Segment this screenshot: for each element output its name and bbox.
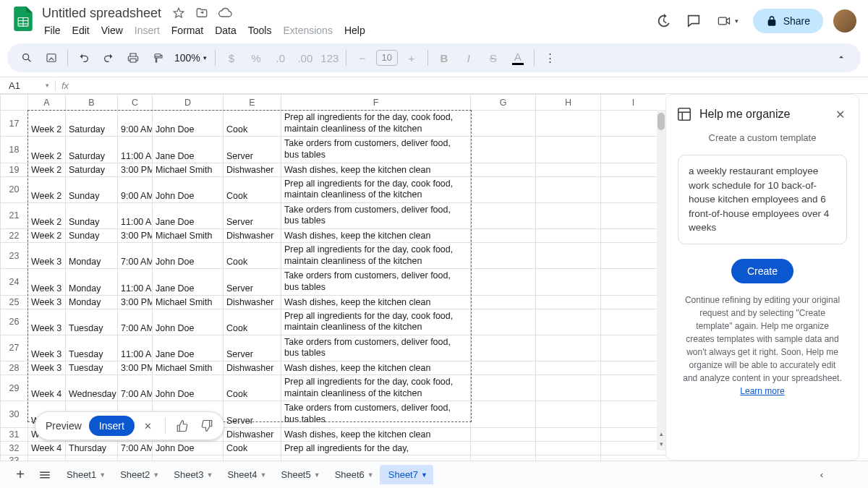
menu-tools[interactable]: Tools	[243, 22, 277, 39]
col-header-I[interactable]: I	[601, 95, 666, 111]
thumbs-up-icon[interactable]	[171, 415, 193, 437]
cell[interactable]: Take orders from customers, deliver food…	[281, 335, 471, 361]
cell[interactable]: Prep all ingredients for the day, cook f…	[281, 111, 471, 137]
row-header[interactable]: 19	[1, 163, 28, 176]
comments-icon[interactable]	[684, 11, 704, 31]
col-header-A[interactable]: A	[28, 95, 66, 111]
cell[interactable]: Jane Doe	[153, 137, 224, 163]
row-header[interactable]: 28	[1, 361, 28, 375]
cell[interactable]: Dishwasher	[224, 163, 281, 176]
print-icon[interactable]	[122, 47, 144, 69]
tab-sheet7[interactable]: Sheet7▼	[380, 465, 433, 484]
spreadsheet-grid[interactable]: ABCDEFGHI 17Week 2Saturday9:00 AMJohn Do…	[0, 94, 665, 461]
cell[interactable]	[471, 202, 536, 228]
tab-sheet5[interactable]: Sheet5▼	[273, 465, 326, 484]
cell[interactable]: Week 3	[28, 361, 66, 375]
cell[interactable]: Take orders from customers, deliver food…	[281, 401, 471, 427]
cell[interactable]: Cook	[224, 243, 281, 269]
sheets-logo[interactable]	[9, 4, 38, 33]
cell[interactable]	[601, 441, 666, 455]
zoom-select[interactable]: 100%▾	[171, 52, 210, 64]
cell[interactable]: Dishwasher	[224, 361, 281, 375]
search-menus-icon[interactable]	[16, 47, 38, 69]
cell[interactable]	[471, 295, 536, 309]
cell[interactable]: 3:00 PM	[118, 361, 153, 375]
cell[interactable]: Wednesday	[66, 375, 118, 401]
cell[interactable]: Wash dishes, keep the kitchen clean	[281, 163, 471, 176]
cell[interactable]	[471, 269, 536, 295]
cell[interactable]	[471, 427, 536, 441]
cell[interactable]: John Doe	[153, 243, 224, 269]
cell[interactable]	[601, 243, 666, 269]
cell[interactable]	[536, 163, 601, 176]
cell[interactable]	[601, 229, 666, 243]
tab-sheet3[interactable]: Sheet3▼	[165, 465, 218, 484]
cell[interactable]: Tuesday	[66, 309, 118, 335]
row-header[interactable]: 29	[1, 375, 28, 401]
percent-icon[interactable]: %	[245, 47, 267, 69]
row-header[interactable]: 21	[1, 202, 28, 228]
cell[interactable]	[471, 229, 536, 243]
cell[interactable]	[153, 455, 224, 461]
cell[interactable]	[601, 455, 666, 461]
col-header-B[interactable]: B	[66, 95, 118, 111]
row-header[interactable]: 23	[1, 243, 28, 269]
fontsize-inc-icon[interactable]: +	[401, 47, 422, 69]
cell[interactable]: John Doe	[153, 309, 224, 335]
cell[interactable]: Cook	[224, 309, 281, 335]
cell[interactable]	[601, 401, 666, 427]
cell[interactable]: 3:00 PM	[118, 229, 153, 243]
prompt-input[interactable]: a weekly restaurant employee work schedu…	[678, 155, 847, 244]
undo-icon[interactable]	[73, 47, 95, 69]
add-sheet-icon[interactable]: +	[9, 463, 32, 487]
cell[interactable]: Dishwasher	[224, 427, 281, 441]
cell[interactable]	[224, 455, 281, 461]
insert-button[interactable]: Insert	[89, 416, 135, 436]
cell[interactable]	[471, 243, 536, 269]
cell[interactable]	[536, 137, 601, 163]
cell[interactable]: Week 3	[28, 269, 66, 295]
cell[interactable]: Server	[224, 137, 281, 163]
dec-increase-icon[interactable]: .00	[294, 47, 316, 69]
bold-icon[interactable]: B	[433, 47, 455, 69]
cell[interactable]: Cook	[224, 111, 281, 137]
cell[interactable]	[536, 455, 601, 461]
tab-sheet1[interactable]: Sheet1▼	[58, 465, 111, 484]
cell[interactable]: 11:00 AM	[118, 202, 153, 228]
close-panel-icon[interactable]: ✕	[831, 108, 848, 121]
cell[interactable]	[536, 269, 601, 295]
cell[interactable]: Week 3	[28, 243, 66, 269]
menu-format[interactable]: Format	[166, 22, 208, 39]
cell[interactable]: 7:00 AM	[118, 243, 153, 269]
cell[interactable]	[536, 295, 601, 309]
collapse-toolbar-icon[interactable]	[830, 52, 852, 64]
cell[interactable]: Week 2	[28, 163, 66, 176]
row-header[interactable]: 26	[1, 309, 28, 335]
cell[interactable]: Michael Smith	[153, 229, 224, 243]
paint-format-icon[interactable]	[147, 47, 169, 69]
move-icon[interactable]	[193, 4, 210, 22]
cell[interactable]: Sunday	[66, 202, 118, 228]
currency-icon[interactable]: $	[221, 47, 242, 69]
cell[interactable]: Server	[224, 401, 281, 427]
cell[interactable]: Wash dishes, keep the kitchen clean	[281, 361, 471, 375]
cell[interactable]: 11:00 AM	[118, 137, 153, 163]
cell[interactable]	[281, 455, 471, 461]
cell[interactable]	[536, 243, 601, 269]
cell[interactable]: Dishwasher	[224, 229, 281, 243]
cell[interactable]: 9:00 AM	[118, 176, 153, 202]
cell[interactable]: Take orders from customers, deliver food…	[281, 269, 471, 295]
cell[interactable]: Saturday	[66, 111, 118, 137]
cell[interactable]	[536, 441, 601, 455]
cell[interactable]: Dishwasher	[224, 295, 281, 309]
row-header[interactable]: 24	[1, 269, 28, 295]
menu-view[interactable]: View	[96, 22, 128, 39]
cell[interactable]	[536, 335, 601, 361]
cell[interactable]	[601, 375, 666, 401]
col-header-H[interactable]: H	[536, 95, 601, 111]
cell[interactable]: Michael Smith	[153, 361, 224, 375]
row-header[interactable]: 25	[1, 295, 28, 309]
cell[interactable]: 9:00 AM	[118, 111, 153, 137]
menu-help[interactable]: Help	[339, 22, 370, 39]
name-box[interactable]: A1▾	[0, 80, 55, 91]
